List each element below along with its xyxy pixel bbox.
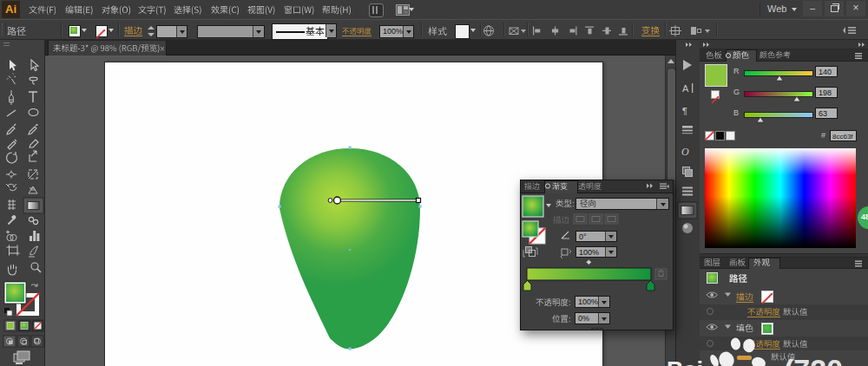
svg-text:(720: (720 — [784, 353, 843, 366]
svg-text:Bai: Bai — [667, 357, 703, 366]
